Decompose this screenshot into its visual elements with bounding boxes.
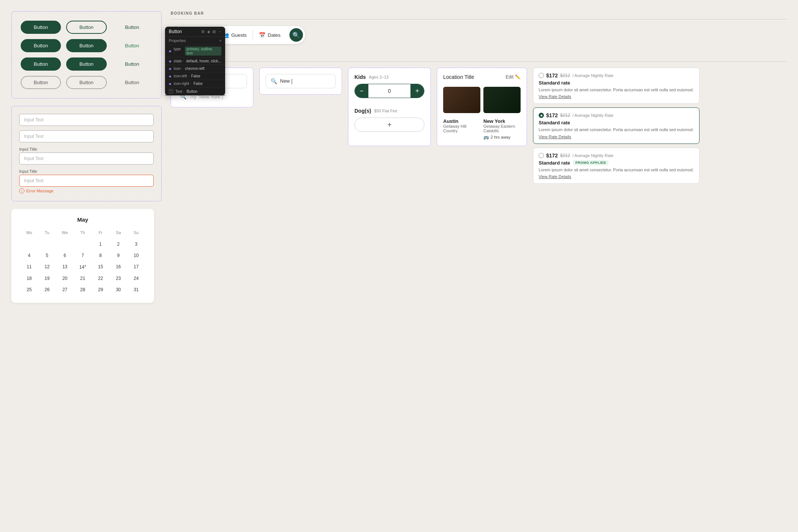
- btn-primary-3[interactable]: Button: [66, 39, 106, 52]
- austin-info: Austin Getaway Hill Country: [443, 118, 480, 140]
- cal-cell-5[interactable]: 5: [38, 250, 56, 261]
- cal-cell-22[interactable]: 22: [92, 273, 109, 284]
- input-field-2[interactable]: Input Text: [19, 130, 154, 142]
- rate-radio-3[interactable]: [539, 153, 544, 158]
- cal-header-fr: Fr: [92, 229, 109, 239]
- cal-cell-8[interactable]: 8: [92, 250, 109, 261]
- rate-options: $172 $212 / Average Nightly Rate Standar…: [533, 68, 700, 184]
- section-divider-2: [171, 61, 787, 62]
- step-location: Location Title Edit ✏️ Au: [437, 68, 527, 146]
- cal-cell-17[interactable]: 17: [127, 261, 145, 273]
- btn-outline-gray-2[interactable]: Button: [66, 76, 106, 89]
- cal-cell-23[interactable]: 23: [109, 273, 127, 284]
- btn-text-2[interactable]: Button: [112, 58, 152, 70]
- rate-desc-2: Lorem ipsum dolor sit amet consectetur. …: [539, 127, 694, 133]
- cal-header-th: Th: [74, 229, 91, 239]
- cal-cell-19[interactable]: 19: [38, 273, 56, 284]
- btn-primary-2[interactable]: Button: [21, 39, 61, 52]
- newyork-image: [483, 87, 521, 113]
- prop-header: Button ⚙ ◈ ⊞ ···: [165, 27, 225, 37]
- cal-cell-28[interactable]: 28: [74, 284, 91, 295]
- btn-text-gray-1[interactable]: Button: [112, 77, 152, 88]
- cal-cell-1[interactable]: 1: [92, 239, 109, 250]
- cal-cell-9[interactable]: 9: [109, 250, 127, 261]
- btn-primary-1[interactable]: Button: [21, 21, 61, 34]
- location-images: [443, 87, 521, 113]
- cal-cell-13[interactable]: 13: [56, 261, 74, 273]
- booking-search-button[interactable]: 🔍: [289, 28, 303, 42]
- cal-cell-14[interactable]: 144: [74, 261, 91, 273]
- button-grid: Button Button Button Button Button Butto…: [21, 21, 152, 89]
- cal-cell-20[interactable]: 20: [56, 273, 74, 284]
- cal-cell-18[interactable]: 18: [20, 273, 38, 284]
- add-dog-button[interactable]: +: [354, 118, 424, 132]
- cal-cell-26[interactable]: 26: [38, 284, 56, 295]
- cal-cell-25[interactable]: 25: [20, 284, 38, 295]
- cal-cell-24[interactable]: 24: [127, 273, 145, 284]
- btn-text-green-1[interactable]: Button: [112, 40, 152, 51]
- booking-bar-dates[interactable]: 📅 Dates: [253, 30, 286, 40]
- prop-title: Button: [169, 29, 182, 34]
- properties-panel: Button ⚙ ◈ ⊞ ··· Properties + ◆ type · p…: [165, 27, 225, 95]
- cal-cell-7[interactable]: 7: [74, 250, 91, 261]
- cal-header-mo: Mo: [20, 229, 38, 239]
- cal-cell-15[interactable]: 15: [92, 261, 109, 273]
- location-title: Location Title: [443, 74, 474, 80]
- input-field-4[interactable]: Input Text: [19, 175, 154, 187]
- btn-outline-gray-1[interactable]: Button: [21, 76, 61, 89]
- prop-add-icon[interactable]: +: [219, 39, 221, 43]
- distance-badge: 🚌 2 hrs away: [483, 135, 521, 140]
- rate-radio-1[interactable]: [539, 73, 544, 78]
- input-group-4: Input Title Input Text ! Error Message: [19, 169, 154, 193]
- input-field-3[interactable]: Input Text: [19, 153, 154, 165]
- cal-cell-4[interactable]: 4: [20, 250, 38, 261]
- kids-decrement[interactable]: −: [355, 84, 368, 98]
- cal-cell-empty-2: [38, 239, 56, 250]
- rate-link-2[interactable]: View Rate Details: [539, 135, 694, 139]
- calendar-icon: 📅: [259, 32, 265, 38]
- btn-primary-4[interactable]: Button: [21, 57, 61, 71]
- rate-price-row-2: $172 $212 / Average Nightly Rate: [539, 112, 694, 118]
- cal-cell-16[interactable]: 16: [109, 261, 127, 273]
- rate-name-row-3: Standard rate PROMO APPLIED: [539, 160, 694, 166]
- input-group-3: Input Title Input Text: [19, 147, 154, 165]
- cal-cell-2[interactable]: 2: [109, 239, 127, 250]
- edit-button[interactable]: Edit ✏️: [506, 74, 521, 80]
- prop-row-state: ◆ state · default, hover, click...: [165, 57, 225, 65]
- cal-cell-empty-1: [20, 239, 38, 250]
- rate-link-3[interactable]: View Rate Details: [539, 174, 694, 179]
- cal-cell-6[interactable]: 6: [56, 250, 74, 261]
- cal-cell-empty-4: [74, 239, 91, 250]
- cal-cell-11[interactable]: 11: [20, 261, 38, 273]
- rate-radio-2[interactable]: [539, 113, 544, 118]
- cal-cell-21[interactable]: 21: [74, 273, 91, 284]
- cal-header-tu: Tu: [38, 229, 56, 239]
- rate-link-1[interactable]: View Rate Details: [539, 94, 694, 99]
- rate-price-row-1: $172 $212 / Average Nightly Rate: [539, 73, 694, 79]
- dog-section: Dog(s) $50 Flat Fee +: [354, 108, 424, 132]
- location-header: Location Title Edit ✏️: [443, 74, 521, 80]
- section-divider-1: [171, 19, 787, 20]
- rate-desc-3: Lorem ipsum dolor sit amet consectetur. …: [539, 167, 694, 173]
- cal-cell-3[interactable]: 3: [127, 239, 145, 250]
- cal-cell-27[interactable]: 27: [56, 284, 74, 295]
- button-panel: Button Button Button Button Button Butto…: [11, 11, 162, 98]
- second-search-input[interactable]: 🔍 New: [266, 74, 336, 88]
- rate-card-2: $172 $212 / Average Nightly Rate Standar…: [533, 107, 700, 144]
- prop-diamond-icon5: ◆: [169, 82, 171, 86]
- btn-primary-5[interactable]: Button: [66, 57, 106, 71]
- cal-cell-29[interactable]: 29: [92, 284, 109, 295]
- cal-cell-31[interactable]: 31: [127, 284, 145, 295]
- error-icon: !: [19, 188, 24, 193]
- cal-cell-12[interactable]: 12: [38, 261, 56, 273]
- btn-outline-1[interactable]: Button: [66, 21, 106, 34]
- kids-increment[interactable]: +: [410, 84, 424, 98]
- input-field-1[interactable]: Input Text: [19, 114, 154, 126]
- input-label-4: Input Title: [19, 169, 154, 174]
- cal-cell-10[interactable]: 10: [127, 250, 145, 261]
- search-icon-2: 🔍: [271, 78, 277, 84]
- btn-text-1[interactable]: Button: [112, 21, 152, 33]
- cal-cell-30[interactable]: 30: [109, 284, 127, 295]
- tune-icon: ⚙: [201, 29, 205, 34]
- prop-diamond-icon4: ◆: [169, 74, 171, 78]
